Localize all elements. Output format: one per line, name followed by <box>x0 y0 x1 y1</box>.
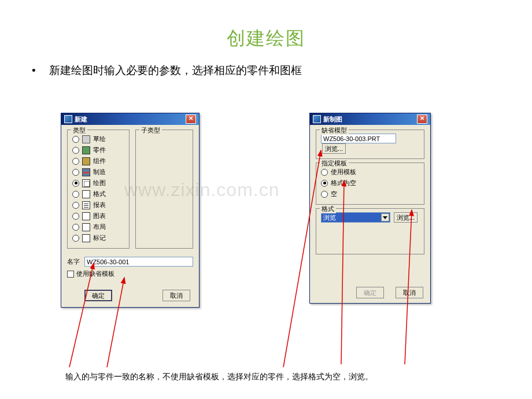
label-layout: 布局 <box>93 223 106 231</box>
close-icon[interactable]: ✕ <box>186 114 196 124</box>
type-sketch[interactable]: 草绘 <box>72 134 124 145</box>
format-fieldset: 格式 浏览 浏览... <box>316 208 424 254</box>
type-diagram[interactable]: 图表 <box>72 210 124 221</box>
close-icon[interactable]: ✕ <box>417 114 427 124</box>
dialog1-buttons: 确定 取消 <box>61 289 199 307</box>
type-mfg[interactable]: 制造 <box>72 167 124 178</box>
radio-icon <box>72 202 79 209</box>
checkbox-icon <box>67 271 74 278</box>
type-assembly[interactable]: 组件 <box>72 156 124 167</box>
default-model-fieldset: 缺省模型 浏览... <box>316 130 424 159</box>
subtype-fieldset: 子类型 <box>135 130 193 249</box>
subtype-empty <box>141 134 188 232</box>
legend-specify-template: 指定模板 <box>320 159 349 168</box>
slide-caption: 输入的与零件一致的名称，不使用缺省模板，选择对应的零件，选择格式为空，浏览。 <box>65 372 373 382</box>
legend-type: 类型 <box>71 126 87 135</box>
mfg-icon <box>82 168 90 176</box>
name-label: 名字 <box>67 257 80 266</box>
label-report: 报表 <box>93 201 106 209</box>
markup-icon <box>82 234 90 242</box>
radio-icon <box>72 147 79 154</box>
ok-button[interactable]: 确定 <box>84 290 112 301</box>
type-markup[interactable]: 标记 <box>72 232 124 243</box>
dialog2-buttons: 确定 取消 <box>356 287 423 298</box>
radio-icon <box>72 180 79 187</box>
drawing-icon <box>82 179 90 187</box>
type-format[interactable]: 格式 <box>72 189 124 200</box>
radio-icon <box>72 158 79 165</box>
label-use-template: 使用模板 <box>331 168 356 176</box>
bullet-dot: • <box>32 64 49 77</box>
type-fieldset: 类型 草绘 零件 组件 制造 绘图 格式 报表 图表 布局 标记 <box>67 130 130 249</box>
name-input[interactable] <box>84 257 193 267</box>
cancel-button[interactable]: 取消 <box>396 287 423 298</box>
new-dialog: 新建 ✕ 类型 草绘 零件 组件 制造 绘图 格式 报表 图表 布局 标记 子类… <box>61 113 200 308</box>
label-diagram: 图表 <box>93 212 106 220</box>
label-sketch: 草绘 <box>93 135 106 143</box>
layout-icon <box>82 223 90 231</box>
legend-format: 格式 <box>320 205 336 213</box>
radio-icon <box>72 224 79 231</box>
chevron-down-icon <box>381 213 389 221</box>
format-select-value: 浏览 <box>323 213 336 222</box>
app-icon <box>64 115 72 123</box>
type-columns: 类型 草绘 零件 组件 制造 绘图 格式 报表 图表 布局 标记 子类型 <box>67 130 193 252</box>
label-markup: 标记 <box>93 234 106 242</box>
radio-icon <box>321 191 328 198</box>
sketch-icon <box>82 135 90 143</box>
slide-title: 创建绘图 <box>0 0 532 51</box>
use-default-template-label: 使用缺省模板 <box>76 269 114 278</box>
report-icon <box>82 201 90 209</box>
label-format: 格式 <box>93 190 106 198</box>
bullet-text: 新建绘图时输入必要的参数，选择相应的零件和图框 <box>49 64 302 76</box>
radio-icon <box>321 180 328 187</box>
type-part[interactable]: 零件 <box>72 145 124 156</box>
browse-model-button[interactable]: 浏览... <box>322 143 346 154</box>
radio-icon <box>72 169 79 176</box>
cancel-button[interactable]: 取消 <box>162 290 190 301</box>
label-drawing: 绘图 <box>93 179 106 187</box>
label-mfg: 制造 <box>93 168 106 176</box>
opt-format-empty[interactable]: 格式为空 <box>321 178 419 189</box>
ok-button[interactable]: 确定 <box>356 287 384 298</box>
radio-icon <box>321 169 328 176</box>
format-icon <box>82 190 90 198</box>
legend-subtype: 子类型 <box>139 126 162 135</box>
assembly-icon <box>82 157 90 165</box>
titlebar[interactable]: 新制图 ✕ <box>310 113 430 125</box>
format-row: 浏览 浏览... <box>321 212 419 223</box>
titlebar[interactable]: 新建 ✕ <box>61 113 199 125</box>
specify-template-fieldset: 指定模板 使用模板 格式为空 空 <box>316 162 424 205</box>
type-layout[interactable]: 布局 <box>72 221 124 232</box>
label-assembly: 组件 <box>93 157 106 165</box>
diagram-icon <box>82 212 90 220</box>
radio-icon <box>72 136 79 143</box>
legend-default-model: 缺省模型 <box>320 126 349 135</box>
opt-use-template[interactable]: 使用模板 <box>321 167 419 178</box>
radio-icon <box>72 235 79 242</box>
titlebar-title-wrap: 新制图 <box>313 115 342 124</box>
label-format-empty: 格式为空 <box>331 179 356 187</box>
type-drawing[interactable]: 绘图 <box>72 178 124 189</box>
format-select[interactable]: 浏览 <box>321 212 390 223</box>
radio-icon <box>72 213 79 220</box>
type-report[interactable]: 报表 <box>72 200 124 210</box>
part-icon <box>82 146 90 154</box>
browse-format-button[interactable]: 浏览... <box>394 212 418 223</box>
default-model-input[interactable] <box>321 134 396 143</box>
dialog1-body: 类型 草绘 零件 组件 制造 绘图 格式 报表 图表 布局 标记 子类型 名字 <box>61 125 199 289</box>
app-icon <box>313 115 321 123</box>
dialog2-title: 新制图 <box>323 115 342 124</box>
use-default-template-row[interactable]: 使用缺省模板 <box>67 269 193 278</box>
dialog2-body: 缺省模型 浏览... 指定模板 使用模板 格式为空 空 格式 浏览 浏览... <box>310 125 430 263</box>
opt-empty[interactable]: 空 <box>321 189 419 200</box>
radio-icon <box>72 191 79 198</box>
label-empty: 空 <box>331 190 337 198</box>
new-drawing-dialog: 新制图 ✕ 缺省模型 浏览... 指定模板 使用模板 格式为空 空 格式 浏览 … <box>309 113 431 304</box>
name-row: 名字 <box>67 257 193 267</box>
dialog1-title: 新建 <box>75 115 87 124</box>
titlebar-title-wrap: 新建 <box>64 115 87 124</box>
label-part: 零件 <box>93 146 106 154</box>
slide-bullet: •新建绘图时输入必要的参数，选择相应的零件和图框 <box>32 63 532 78</box>
